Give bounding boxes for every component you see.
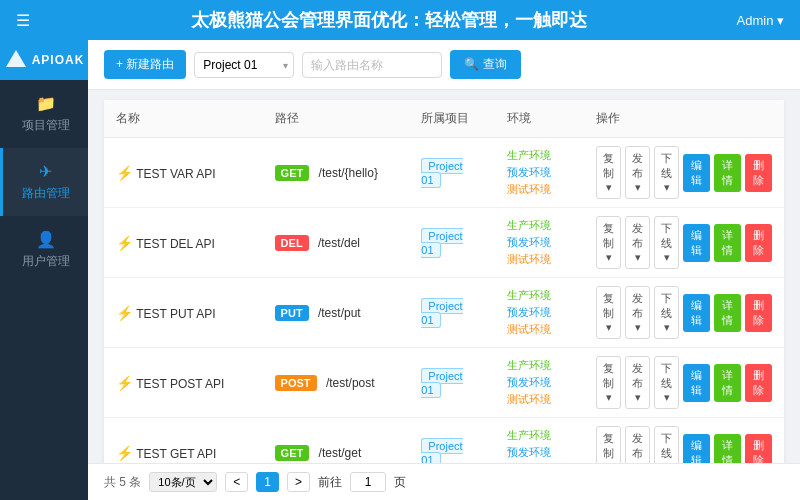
offline-button[interactable]: 下线 ▾	[654, 146, 679, 199]
pagination: 共 5 条 10条/页 20条/页 50条/页 < 1 > 前往 页	[88, 463, 800, 500]
col-env: 环境	[495, 100, 584, 138]
row-icon: ⚡	[116, 445, 133, 461]
row-icon: ⚡	[116, 235, 133, 251]
copy-button[interactable]: 复制 ▾	[596, 286, 621, 339]
env-tag: 测试环境	[507, 252, 572, 267]
api-path: /test/del	[318, 236, 360, 250]
row-path: PUT /test/put	[263, 278, 410, 348]
method-badge: POST	[275, 375, 317, 391]
sidebar-item-project-label: 项目管理	[22, 117, 70, 134]
env-tag: 生产环境	[507, 288, 572, 303]
copy-button[interactable]: 复制 ▾	[596, 146, 621, 199]
search-button[interactable]: 🔍 查询	[450, 50, 520, 79]
detail-button[interactable]: 详情	[714, 154, 741, 192]
copy-button[interactable]: 复制 ▾	[596, 426, 621, 463]
offline-button[interactable]: 下线 ▾	[654, 426, 679, 463]
sidebar-item-user[interactable]: 👤 用户管理	[0, 216, 88, 284]
table-row: ⚡ TEST DEL API DEL /test/del Project 01 …	[104, 208, 784, 278]
project-tag: Project 01	[421, 298, 462, 328]
sidebar-logo: APIOAK	[0, 40, 88, 80]
row-path: POST /test/post	[263, 348, 410, 418]
copy-button[interactable]: 复制 ▾	[596, 356, 621, 409]
detail-button[interactable]: 详情	[714, 224, 741, 262]
env-tag: 测试环境	[507, 182, 572, 197]
env-tag: 生产环境	[507, 148, 572, 163]
detail-button[interactable]: 详情	[714, 364, 741, 402]
project-select-wrapper: Project 01 Project 02	[194, 52, 294, 78]
menu-icon[interactable]: ☰	[16, 11, 30, 30]
col-name: 名称	[104, 100, 263, 138]
row-name: ⚡ TEST GET API	[104, 418, 263, 464]
env-list: 生产环境预发环境测试环境	[507, 358, 572, 407]
delete-button[interactable]: 删除	[745, 154, 772, 192]
edit-button[interactable]: 编辑	[683, 364, 710, 402]
api-path: /test/{hello}	[319, 166, 378, 180]
per-page-select[interactable]: 10条/页 20条/页 50条/页	[149, 472, 217, 492]
edit-button[interactable]: 编辑	[683, 294, 710, 332]
row-env: 生产环境预发环境测试环境	[495, 348, 584, 418]
row-actions: 复制 ▾ 发布 ▾ 下线 ▾ 编辑 详情 删除	[584, 138, 784, 208]
sidebar-logo-text: APIOAK	[32, 53, 85, 67]
project-tag: Project 01	[421, 228, 462, 258]
method-badge: GET	[275, 445, 310, 461]
goto-input[interactable]	[350, 472, 386, 492]
row-icon: ⚡	[116, 375, 133, 391]
routes-table: 名称 路径 所属项目 环境 操作 ⚡ TEST VAR API GET /tes…	[104, 100, 784, 463]
publish-button[interactable]: 发布 ▾	[625, 146, 650, 199]
detail-button[interactable]: 详情	[714, 294, 741, 332]
publish-button[interactable]: 发布 ▾	[625, 356, 650, 409]
delete-button[interactable]: 删除	[745, 294, 772, 332]
project-tag: Project 01	[421, 368, 462, 398]
row-name: ⚡ TEST VAR API	[104, 138, 263, 208]
api-name: TEST DEL API	[136, 237, 215, 251]
env-tag: 测试环境	[507, 322, 572, 337]
row-project: Project 01	[409, 208, 495, 278]
env-tag: 预发环境	[507, 235, 572, 250]
edit-button[interactable]: 编辑	[683, 154, 710, 192]
delete-button[interactable]: 删除	[745, 434, 772, 464]
api-name: TEST GET API	[136, 447, 216, 461]
page-title: 太极熊猫公会管理界面优化：轻松管理，一触即达	[42, 8, 737, 32]
env-tag: 生产环境	[507, 358, 572, 373]
action-group: 复制 ▾ 发布 ▾ 下线 ▾ 编辑 详情 删除	[596, 146, 772, 199]
row-actions: 复制 ▾ 发布 ▾ 下线 ▾ 编辑 详情 删除	[584, 208, 784, 278]
row-path: DEL /test/del	[263, 208, 410, 278]
env-tag: 测试环境	[507, 392, 572, 407]
table-row: ⚡ TEST VAR API GET /test/{hello} Project…	[104, 138, 784, 208]
table-area: 名称 路径 所属项目 环境 操作 ⚡ TEST VAR API GET /tes…	[88, 90, 800, 463]
prev-page-button[interactable]: <	[225, 472, 248, 492]
project-select[interactable]: Project 01 Project 02	[194, 52, 294, 78]
delete-button[interactable]: 删除	[745, 224, 772, 262]
offline-button[interactable]: 下线 ▾	[654, 286, 679, 339]
search-input[interactable]	[302, 52, 442, 78]
row-actions: 复制 ▾ 发布 ▾ 下线 ▾ 编辑 详情 删除	[584, 278, 784, 348]
goto-label: 前往	[318, 474, 342, 491]
offline-button[interactable]: 下线 ▾	[654, 216, 679, 269]
col-path: 路径	[263, 100, 410, 138]
env-list: 生产环境预发环境测试环境	[507, 218, 572, 267]
method-badge: PUT	[275, 305, 309, 321]
publish-button[interactable]: 发布 ▾	[625, 286, 650, 339]
env-list: 生产环境预发环境测试环境	[507, 288, 572, 337]
offline-button[interactable]: 下线 ▾	[654, 356, 679, 409]
copy-button[interactable]: 复制 ▾	[596, 216, 621, 269]
toolbar: + 新建路由 Project 01 Project 02 🔍 查询	[88, 40, 800, 90]
page-1-button[interactable]: 1	[256, 472, 279, 492]
sidebar-item-project[interactable]: 📁 项目管理	[0, 80, 88, 148]
sidebar-item-route[interactable]: ✈ 路由管理	[0, 148, 88, 216]
publish-button[interactable]: 发布 ▾	[625, 216, 650, 269]
project-tag: Project 01	[421, 158, 462, 188]
delete-button[interactable]: 删除	[745, 364, 772, 402]
new-route-button[interactable]: + 新建路由	[104, 50, 186, 79]
next-page-button[interactable]: >	[287, 472, 310, 492]
sidebar-item-route-label: 路由管理	[22, 185, 70, 202]
publish-button[interactable]: 发布 ▾	[625, 426, 650, 463]
row-project: Project 01	[409, 348, 495, 418]
api-path: /test/post	[326, 376, 375, 390]
edit-button[interactable]: 编辑	[683, 224, 710, 262]
row-name: ⚡ TEST PUT API	[104, 278, 263, 348]
row-path: GET /test/get	[263, 418, 410, 464]
admin-menu[interactable]: Admin ▾	[737, 13, 784, 28]
edit-button[interactable]: 编辑	[683, 434, 710, 464]
detail-button[interactable]: 详情	[714, 434, 741, 464]
